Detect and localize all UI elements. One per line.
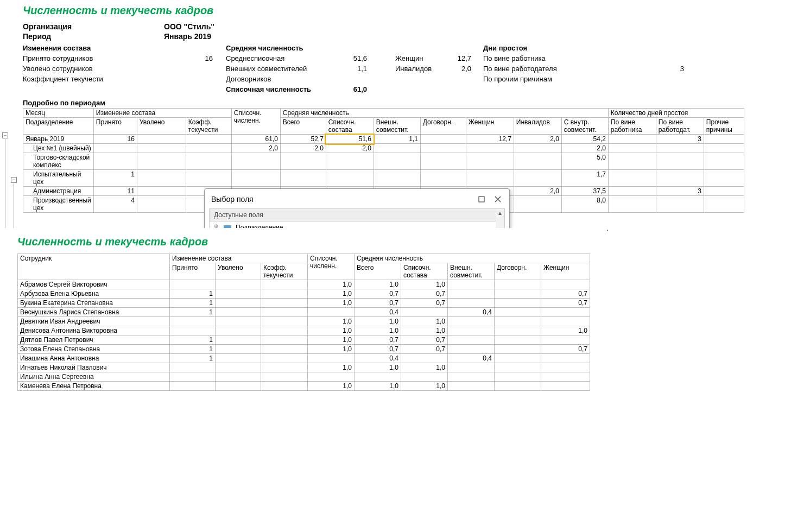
row-value-cell: 0,7 xyxy=(401,289,448,299)
table-row[interactable]: Цех №1 (швейный)2,02,02,02,0 xyxy=(23,144,744,153)
maximize-icon[interactable] xyxy=(477,194,486,204)
t2-hdr-ext: Внешн. совместит. xyxy=(448,263,495,280)
row-value-cell xyxy=(280,170,326,187)
row-value-cell xyxy=(514,144,561,153)
row-value-cell xyxy=(495,299,541,308)
row-value-cell: 0,7 xyxy=(355,299,401,308)
row-name-cell: Зотова Елена Степановна xyxy=(18,345,170,354)
table-row[interactable]: Каменева Елена Петровна1,01,01,0 xyxy=(18,382,590,391)
row-name-cell: Игнатьев Николай Павлович xyxy=(18,363,170,372)
women-value: 12,7 xyxy=(450,54,471,62)
row-value-cell xyxy=(401,354,448,363)
row-value-cell xyxy=(656,196,704,213)
sec-avg-title: Средняя численность xyxy=(226,44,389,52)
row-value-cell: 1,0 xyxy=(355,326,401,335)
table-row[interactable]: Дятлов Павел Петрович11,00,70,7 xyxy=(18,335,590,345)
table-row[interactable]: Абрамов Сергей Викторович1,01,01,0 xyxy=(18,280,590,289)
row-value-cell: 1,0 xyxy=(355,317,401,326)
row-value-cell xyxy=(280,153,326,170)
table-row[interactable]: Игнатьев Николай Павлович1,01,01,0 xyxy=(18,363,590,372)
row-value-cell xyxy=(608,135,656,144)
row-value-cell xyxy=(448,335,495,345)
row-value-cell xyxy=(216,363,261,372)
row-name-cell: Ильина Анна Сергеевна xyxy=(18,372,170,382)
row-value-cell xyxy=(216,317,261,326)
row-value-cell xyxy=(186,144,231,153)
row-value-cell xyxy=(137,196,186,213)
row-value-cell xyxy=(420,170,466,187)
table-row[interactable]: Зотова Елена Степановна11,00,70,70,7 xyxy=(18,345,590,354)
hdr-slist: Списочн. состава xyxy=(326,118,374,135)
hired-value: 16 xyxy=(197,54,213,62)
row-value-cell xyxy=(448,289,495,299)
row-value-cell: 1 xyxy=(170,345,216,354)
table-row[interactable]: Ильина Анна Сергеевна xyxy=(18,372,590,382)
row-value-cell xyxy=(495,372,541,382)
row-value-cell xyxy=(704,187,744,196)
table-row[interactable]: Торгово-складской комплекс5,0 xyxy=(23,153,744,170)
row-value-cell: 1,0 xyxy=(308,382,355,391)
table-subheader-row: Подразделение Принято Уволено Коэфф. тек… xyxy=(23,118,744,135)
row-value-cell xyxy=(137,144,186,153)
row-value-cell xyxy=(261,280,308,289)
table-row[interactable]: Январь 20191661,052,751,61,112,72,054,23 xyxy=(23,135,744,144)
hdr-fired: Уволено xyxy=(137,118,186,135)
close-icon[interactable] xyxy=(493,194,503,204)
row-value-cell xyxy=(326,170,374,187)
row-value-cell: 0,7 xyxy=(541,289,590,299)
t2-hdr-fired: Уволено xyxy=(216,263,261,280)
row-value-cell xyxy=(137,135,186,144)
row-value-cell: 1 xyxy=(170,299,216,308)
hdr-avg: Средняя численность xyxy=(280,109,608,118)
tree-collapse-row-icon[interactable]: − xyxy=(11,177,17,183)
table-row[interactable]: Девяткин Иван Андреевич1,01,01,0 xyxy=(18,317,590,326)
row-value-cell xyxy=(495,289,541,299)
table-row[interactable]: Ивашина Анна Антоновна10,40,4 xyxy=(18,354,590,363)
row-value-cell: 1 xyxy=(170,335,216,345)
row-value-cell xyxy=(137,187,186,196)
org-label: Организация xyxy=(23,22,164,31)
tree-collapse-icon[interactable]: − xyxy=(2,132,8,138)
row-value-cell xyxy=(374,144,420,153)
row-value-cell xyxy=(448,363,495,372)
table-row[interactable]: Денисова Антонина Викторовна1,01,01,01,0 xyxy=(18,326,590,335)
table-row[interactable]: Букина Екатерина Степановна11,00,70,70,7 xyxy=(18,299,590,308)
row-value-cell xyxy=(448,345,495,354)
table-row[interactable]: Испытательный цех11,7 xyxy=(23,170,744,187)
idle-b-label: По вине работодателя xyxy=(483,65,662,73)
row-name-cell: Январь 2019 xyxy=(23,135,94,144)
row-value-cell: 16 xyxy=(93,135,137,144)
row-value-cell xyxy=(216,289,261,299)
row-value-cell xyxy=(495,326,541,335)
row-value-cell: 3 xyxy=(656,187,704,196)
row-value-cell: 1,0 xyxy=(541,326,590,335)
row-value-cell: 0,4 xyxy=(448,308,495,317)
row-value-cell: 1,0 xyxy=(401,317,448,326)
row-value-cell xyxy=(216,299,261,308)
row-value-cell: 0,7 xyxy=(541,345,590,354)
row-value-cell xyxy=(216,308,261,317)
row-value-cell xyxy=(308,354,355,363)
row-value-cell xyxy=(420,144,466,153)
row-value-cell: 2,0 xyxy=(514,187,561,196)
avg-lst-label: Списочная численность xyxy=(226,85,340,93)
report-bottom-wrapper: Численность и текучесть кадров Сотрудник… xyxy=(0,228,810,391)
t2-hdr-emp: Сотрудник xyxy=(18,254,170,280)
row-value-cell xyxy=(170,382,216,391)
scroll-up-icon[interactable]: ▴ xyxy=(496,209,504,217)
avg-lst-value: 61,0 xyxy=(340,85,367,93)
row-value-cell xyxy=(495,335,541,345)
row-value-cell: 2,0 xyxy=(561,144,608,153)
table-row[interactable]: Арбузова Елена Юрьевна11,00,70,70,7 xyxy=(18,289,590,299)
row-value-cell xyxy=(216,326,261,335)
row-value-cell xyxy=(466,153,514,170)
row-value-cell xyxy=(374,153,420,170)
row-value-cell xyxy=(326,153,374,170)
table-row[interactable]: Веснушкина Лариса Степановна10,40,4 xyxy=(18,308,590,317)
row-value-cell xyxy=(448,382,495,391)
row-value-cell: 11 xyxy=(93,187,137,196)
row-value-cell xyxy=(93,144,137,153)
row-value-cell: 0,4 xyxy=(448,354,495,363)
hdr-ide: По вине работодат. xyxy=(656,118,704,135)
avg-b-value: 1,1 xyxy=(340,65,367,73)
